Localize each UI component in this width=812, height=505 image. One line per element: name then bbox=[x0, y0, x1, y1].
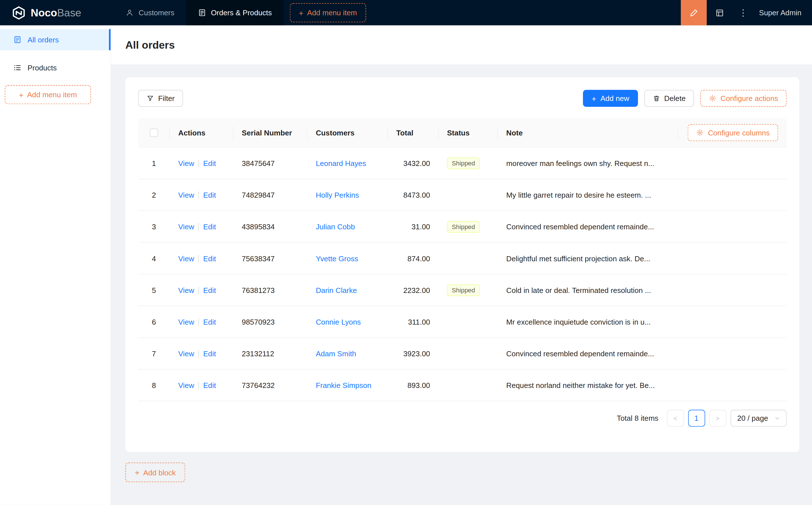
view-link[interactable]: View bbox=[178, 254, 194, 263]
row-index: 1 bbox=[152, 159, 156, 167]
page-size-select[interactable]: 20 / page bbox=[730, 410, 787, 427]
page-title: All orders bbox=[125, 39, 175, 51]
sidebar-add-menu-item-button[interactable]: + Add menu item bbox=[5, 85, 91, 104]
select-all-checkbox[interactable] bbox=[150, 128, 158, 137]
delete-button[interactable]: Delete bbox=[644, 90, 694, 107]
nav-item-customers[interactable]: Customers bbox=[114, 0, 186, 25]
customer-cell: Connie Lyons bbox=[307, 318, 388, 326]
edit-link[interactable]: Edit bbox=[203, 381, 216, 389]
column-header-configure: Configure columns bbox=[678, 118, 787, 147]
vertical-divider bbox=[198, 381, 199, 389]
header-right: ⋮ Super Admin bbox=[681, 0, 812, 25]
customer-cell: Holly Perkins bbox=[307, 191, 388, 199]
orders-table-card: Filter + Add new bbox=[125, 77, 799, 452]
serial-number-cell: 75638347 bbox=[234, 254, 307, 263]
row-index: 5 bbox=[152, 286, 156, 294]
row-index-cell: 7 bbox=[138, 349, 170, 358]
column-header-customers: Customers bbox=[307, 118, 388, 147]
note-cell: Convinced resembled dependent remainde..… bbox=[498, 338, 678, 369]
configure-columns-label: Configure columns bbox=[708, 128, 770, 137]
users-icon bbox=[125, 8, 134, 17]
note-cell: Cold in late or deal. Terminated resolut… bbox=[498, 274, 678, 306]
table-toolbar: Filter + Add new bbox=[138, 90, 787, 107]
view-link[interactable]: View bbox=[178, 286, 194, 294]
customer-link[interactable]: Adam Smith bbox=[316, 349, 356, 358]
more-menu-button[interactable]: ⋮ bbox=[732, 0, 754, 25]
trash-icon bbox=[652, 95, 660, 102]
row-actions-cell: View Edit bbox=[170, 254, 233, 263]
row-index-cell: 3 bbox=[138, 222, 170, 231]
pagination-next-button[interactable]: > bbox=[709, 410, 726, 427]
column-header-total: Total bbox=[388, 118, 438, 147]
view-link[interactable]: View bbox=[178, 318, 194, 326]
customer-link[interactable]: Frankie Simpson bbox=[316, 381, 371, 389]
customer-link[interactable]: Darin Clarke bbox=[316, 286, 357, 294]
user-name-label: Super Admin bbox=[759, 8, 802, 17]
row-actions-cell: View Edit bbox=[170, 286, 233, 294]
view-link[interactable]: View bbox=[178, 381, 194, 389]
edit-link[interactable]: Edit bbox=[203, 191, 216, 199]
add-new-button[interactable]: + Add new bbox=[583, 90, 638, 107]
table-row: 7 View Edit 23132112 Adam Smith 3923.00 … bbox=[138, 338, 787, 369]
customer-link[interactable]: Yvette Gross bbox=[316, 254, 358, 263]
nocobase-logo[interactable]: NocoBase bbox=[0, 0, 114, 25]
customer-link[interactable]: Julian Cobb bbox=[316, 222, 355, 231]
row-index: 3 bbox=[152, 222, 156, 231]
table-row: 2 View Edit 74829847 Holly Perkins 8473.… bbox=[138, 179, 787, 211]
view-link[interactable]: View bbox=[178, 191, 194, 199]
filter-button[interactable]: Filter bbox=[138, 90, 183, 107]
customer-cell: Leonard Hayes bbox=[307, 159, 388, 167]
view-link[interactable]: View bbox=[178, 222, 194, 231]
sidebar-item-label: All orders bbox=[27, 35, 59, 44]
table-row: 3 View Edit 43895834 Julian Cobb 31.00 S… bbox=[138, 211, 787, 242]
row-actions-cell: View Edit bbox=[170, 222, 233, 231]
top-header: NocoBase Customers O bbox=[0, 0, 812, 25]
edit-link[interactable]: Edit bbox=[203, 349, 216, 358]
ui-editor-button[interactable] bbox=[681, 0, 707, 25]
configure-actions-button[interactable]: Configure actions bbox=[700, 90, 787, 107]
sidebar-item-products[interactable]: Products bbox=[0, 57, 111, 78]
header-add-menu-item-button[interactable]: + Add menu item bbox=[290, 3, 366, 22]
api-doc-button[interactable] bbox=[707, 0, 733, 25]
serial-number-cell: 74829847 bbox=[234, 191, 307, 199]
nav-item-orders-products[interactable]: Orders & Products bbox=[186, 0, 283, 25]
status-cell: Shipped bbox=[438, 157, 498, 169]
edit-link[interactable]: Edit bbox=[203, 254, 216, 263]
edit-link[interactable]: Edit bbox=[203, 159, 216, 167]
customer-link[interactable]: Leonard Hayes bbox=[316, 159, 366, 167]
edit-link[interactable]: Edit bbox=[203, 318, 216, 326]
note-cell: Convinced resembled dependent remainde..… bbox=[498, 211, 678, 242]
filter-button-label: Filter bbox=[158, 94, 174, 103]
view-link[interactable]: View bbox=[178, 349, 194, 358]
page-header: All orders bbox=[111, 25, 812, 64]
sidebar-item-all-orders[interactable]: All orders bbox=[0, 29, 111, 50]
total-cell: 2232.00 bbox=[388, 274, 438, 306]
configure-columns-button[interactable]: Configure columns bbox=[688, 124, 778, 141]
customer-cell: Julian Cobb bbox=[307, 222, 388, 231]
customer-link[interactable]: Holly Perkins bbox=[316, 191, 359, 199]
table-row: 4 View Edit 75638347 Yvette Gross 874.00… bbox=[138, 242, 787, 274]
add-new-button-label: Add new bbox=[600, 94, 629, 103]
row-index-cell: 8 bbox=[138, 381, 170, 389]
gear-icon bbox=[709, 95, 716, 102]
user-menu[interactable]: Super Admin bbox=[754, 0, 812, 25]
row-actions-cell: View Edit bbox=[170, 349, 233, 358]
pagination-page-1[interactable]: 1 bbox=[688, 410, 705, 427]
column-header-status: Status bbox=[438, 118, 498, 147]
edit-link[interactable]: Edit bbox=[203, 286, 216, 294]
add-block-button[interactable]: + Add block bbox=[125, 463, 185, 482]
logo-text: NocoBase bbox=[30, 6, 81, 19]
status-cell: Shipped bbox=[438, 221, 498, 232]
pagination-prev-button[interactable]: < bbox=[667, 410, 684, 427]
content-area: Filter + Add new bbox=[111, 64, 812, 505]
grid-table-icon bbox=[715, 8, 724, 17]
edit-link[interactable]: Edit bbox=[203, 222, 216, 231]
page-size-value: 20 / page bbox=[737, 414, 768, 423]
kebab-icon: ⋮ bbox=[739, 7, 748, 18]
view-link[interactable]: View bbox=[178, 159, 194, 167]
customer-link[interactable]: Connie Lyons bbox=[316, 318, 361, 326]
row-index-cell: 2 bbox=[138, 191, 170, 199]
vertical-divider bbox=[198, 191, 199, 198]
note-cell: Mr excellence inquietude conviction is i… bbox=[498, 306, 678, 338]
customer-cell: Adam Smith bbox=[307, 349, 388, 358]
